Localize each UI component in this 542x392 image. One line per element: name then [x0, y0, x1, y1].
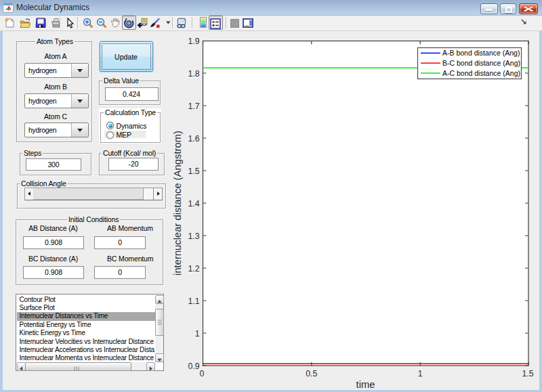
svg-text:1: 1 — [195, 329, 200, 339]
svg-text:1.3: 1.3 — [188, 232, 199, 241]
svg-text:1.4: 1.4 — [188, 199, 199, 209]
svg-text:time: time — [356, 379, 375, 390]
svg-text:internuclear distance (Angstro: internuclear distance (Angstrom) — [172, 131, 183, 276]
svg-text:A-C bond distance (Ang): A-C bond distance (Ang) — [442, 69, 520, 77]
svg-text:1.8: 1.8 — [188, 69, 199, 79]
svg-text:1.6: 1.6 — [188, 134, 199, 144]
svg-text:1.1: 1.1 — [188, 297, 199, 306]
svg-text:0.5: 0.5 — [306, 369, 317, 378]
svg-text:B-C bond distance (Ang): B-C bond distance (Ang) — [442, 59, 520, 67]
svg-text:1: 1 — [418, 369, 423, 378]
svg-text:A-B bond distance (Ang): A-B bond distance (Ang) — [442, 49, 520, 57]
svg-text:0: 0 — [200, 369, 205, 378]
svg-text:1.9: 1.9 — [188, 37, 199, 46]
svg-text:1.5: 1.5 — [188, 167, 199, 176]
svg-text:1.2: 1.2 — [188, 264, 199, 274]
svg-text:0.9: 0.9 — [188, 362, 199, 371]
svg-text:1.7: 1.7 — [188, 102, 199, 111]
svg-text:1.5: 1.5 — [522, 369, 533, 378]
